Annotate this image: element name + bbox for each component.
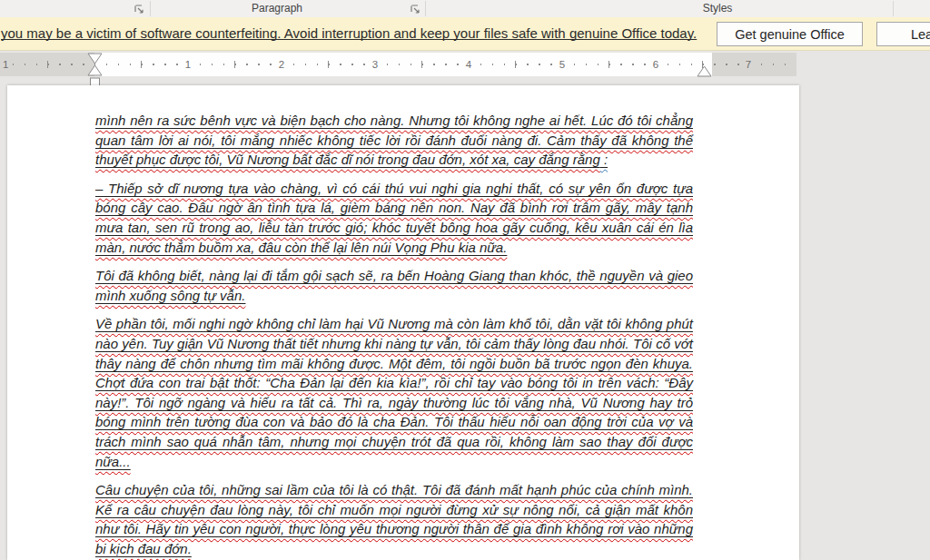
paragraph[interactable]: Câu chuyện của tôi, những sai lầm của tô… [95, 480, 693, 558]
counterfeit-warning-link[interactable]: you may be a victim of software counterf… [1, 17, 697, 50]
document-text[interactable]: mình nên ra sức bênh vực và biện bạch ch… [95, 111, 693, 560]
paragraph[interactable]: mình nên ra sức bênh vực và biện bạch ch… [95, 111, 693, 170]
ruler-number: 1 [1, 53, 10, 76]
group-separator [150, 1, 151, 16]
ruler-strip: 1 1 2 3 4 5 6 7 [0, 53, 796, 76]
paragraph-dialog-launcher-icon[interactable] [410, 3, 421, 15]
paragraph[interactable]: – Thiếp sở dĩ nương tựa vào chàng, vì có… [95, 179, 693, 257]
paragraph-group-label: Paragraph [223, 0, 331, 17]
ruler-number: 7 [743, 53, 754, 76]
learn-more-button[interactable]: Learn more [876, 22, 930, 46]
right-indent-marker[interactable] [697, 64, 712, 81]
ribbon-strip: Paragraph Styles [0, 0, 930, 18]
styles-group-label: Styles [663, 0, 772, 17]
document-page[interactable]: mình nên ra sức bênh vực và biện bạch ch… [7, 85, 799, 560]
ruler-half-ticks [47, 61, 796, 68]
ruler-number: 6 [650, 53, 661, 76]
word-window: Paragraph Styles you may be a victim of … [0, 0, 930, 560]
get-genuine-office-button[interactable]: Get genuine Office [717, 22, 863, 46]
horizontal-ruler: 1 1 2 3 4 5 6 7 [0, 50, 930, 86]
ruler-number: 2 [276, 53, 287, 76]
group-separator [893, 1, 894, 16]
paragraph[interactable]: Tôi đã không biết, nàng lại đi tắm gội s… [95, 266, 693, 305]
font-dialog-launcher-icon[interactable] [134, 3, 145, 15]
genuine-office-notification-bar: you may be a victim of software counterf… [0, 17, 930, 51]
paragraph[interactable]: Về phần tôi, mối nghi ngờ không chỉ làm … [95, 314, 693, 471]
ruler-number: 1 [183, 53, 193, 76]
ruler-number: 4 [463, 53, 474, 76]
group-separator [425, 1, 426, 16]
ruler-number: 3 [370, 53, 381, 76]
ruler-number: 5 [557, 53, 568, 76]
